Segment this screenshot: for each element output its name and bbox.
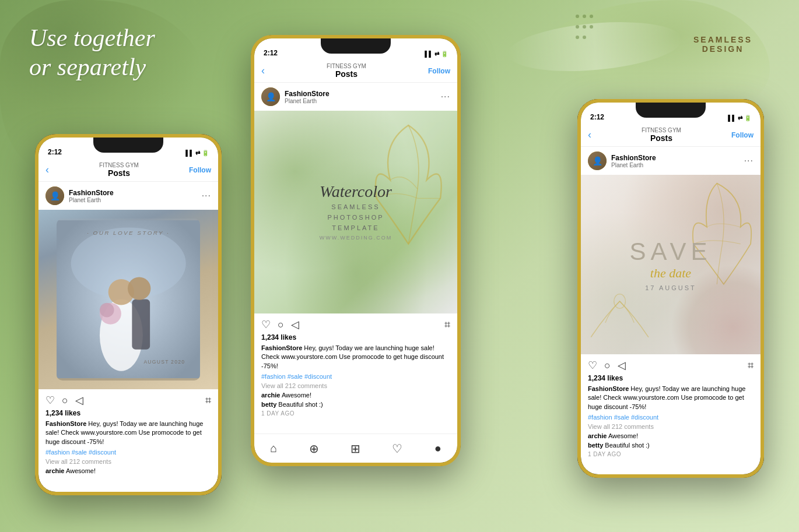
svg-text:AUGUST 2020: AUGUST 2020 [143, 360, 185, 365]
caption-center: FashionStore Hey, guys! Today we are lau… [254, 344, 457, 373]
watercolor-text: Watercolor SEAMLESS PHOTOSHOP TEMPLATE W… [320, 184, 392, 241]
post-time-right: 1 DAY AGO [581, 451, 761, 461]
svg-rect-3 [132, 300, 150, 350]
bottom-nav[interactable]: ⌂ ⊕ ⊞ ♡ ● [254, 434, 457, 463]
like-icon-right[interactable]: ♡ [588, 359, 597, 372]
bookmark-icon-right[interactable]: ⌗ [748, 360, 754, 372]
post-actions[interactable]: ♡ ○ ◁ ⌗ [38, 389, 218, 409]
watercolor-line3: TEMPLATE [320, 224, 392, 231]
user-info: FashionStore Planet Earth [69, 189, 197, 203]
phone-notch [93, 138, 163, 153]
hashtags[interactable]: #fashion #sale #discount [38, 449, 218, 458]
view-comments-center[interactable]: View all 212 comments [254, 382, 457, 392]
caption-username-right: FashionStore [588, 385, 629, 392]
save-date-bg: SAVE the date 17 AUGUST [581, 175, 761, 354]
post-actions-center[interactable]: ♡ ○ ◁ ⌗ [254, 313, 457, 333]
share-icon-right[interactable]: ◁ [618, 359, 626, 372]
post-actions-right[interactable]: ♡ ○ ◁ ⌗ [581, 354, 761, 374]
follow-button-center[interactable]: Follow [428, 67, 450, 75]
comment-2-center: betty Beautiful shot :) [254, 401, 457, 410]
handwritten-text: Use together or separetly [29, 23, 155, 82]
comment-icon-center[interactable]: ○ [278, 319, 284, 331]
seamless-design-label: SEAMLESSDESIGN [693, 35, 752, 54]
save-date-text: SAVE the date 17 AUGUST [630, 238, 712, 291]
comment-icon[interactable]: ○ [62, 394, 68, 407]
follow-button-right[interactable]: Follow [731, 131, 754, 139]
posts-label: Posts [99, 168, 139, 178]
avatar-center: 👤 [261, 87, 280, 106]
status-icons: ▌▌ ⇄ 🔋 [185, 150, 209, 156]
ig-header-left[interactable]: ‹ FITNESS GYM Posts Follow [38, 158, 218, 182]
post-image-watercolor: Watercolor SEAMLESS PHOTOSHOP TEMPLATE W… [254, 111, 457, 313]
post-header-right: 👤 FashionStore Planet Earth ··· [581, 147, 761, 175]
save-text: SAVE [630, 238, 712, 266]
hashtags-center[interactable]: #fashion #sale #discount [254, 373, 457, 382]
ig-header-center[interactable]: ‹ FITNESS GYM Posts Follow [254, 59, 457, 83]
phone-notch-right [636, 103, 706, 118]
phone-left: 2:12 ▌▌ ⇄ 🔋 ‹ FITNESS GYM Posts Follow [35, 134, 222, 495]
share-icon-center[interactable]: ◁ [291, 318, 299, 331]
bookmark-icon-center[interactable]: ⌗ [444, 319, 450, 331]
more-options-right[interactable]: ··· [744, 156, 754, 166]
posts-label-center: Posts [327, 69, 366, 79]
more-options[interactable]: ··· [202, 191, 211, 201]
sublabel-center: Planet Earth [285, 98, 436, 104]
avatar-img-center: 👤 [261, 87, 280, 106]
back-button[interactable]: ‹ [45, 164, 49, 176]
search-icon[interactable]: ⊕ [309, 442, 319, 456]
phone-notch-center [321, 38, 391, 54]
avatar-img: 👤 [45, 186, 64, 205]
share-icon[interactable]: ◁ [75, 394, 83, 407]
watercolor-bg: Watercolor SEAMLESS PHOTOSHOP TEMPLATE W… [254, 111, 457, 313]
view-comments[interactable]: View all 212 comments [38, 458, 218, 467]
avatar-img-right: 👤 [588, 152, 607, 170]
caption-username: FashionStore [45, 420, 86, 427]
profile-icon[interactable]: ● [434, 442, 441, 455]
date-script: the date [630, 266, 712, 281]
add-icon[interactable]: ⊞ [351, 442, 360, 456]
follow-button[interactable]: Follow [189, 166, 211, 174]
channel-name-center: FITNESS GYM [327, 63, 366, 69]
watercolor-line2: PHOTOSHOP [320, 214, 392, 221]
back-button-center[interactable]: ‹ [261, 65, 265, 77]
view-comments-right[interactable]: View all 212 comments [581, 423, 761, 432]
avatar: 👤 [45, 186, 64, 205]
comment-icon-right[interactable]: ○ [604, 360, 611, 372]
phone-screen-center: 2:12 ▌▌ ⇄ 🔋 ‹ FITNESS GYM Posts Follow [254, 38, 457, 463]
wedding-bg: · OUR LOVE STORY · AUGUST 2020 [38, 210, 218, 389]
back-button-right[interactable]: ‹ [588, 129, 591, 141]
phone-right: 2:12 ▌▌ ⇄ 🔋 ‹ FITNESS GYM Posts Follow [577, 99, 764, 478]
user-info-center: FashionStore Planet Earth [285, 90, 436, 104]
username-right: FashionStore [611, 154, 740, 162]
username: FashionStore [69, 189, 197, 197]
post-image-wedding: · OUR LOVE STORY · AUGUST 2020 [38, 210, 218, 389]
svg-point-7 [100, 303, 114, 318]
home-icon[interactable]: ⌂ [270, 442, 277, 455]
phone-center: 2:12 ▌▌ ⇄ 🔋 ‹ FITNESS GYM Posts Follow [251, 35, 461, 466]
phone-screen-right: 2:12 ▌▌ ⇄ 🔋 ‹ FITNESS GYM Posts Follow [581, 103, 761, 474]
heart-icon[interactable]: ♡ [392, 442, 402, 456]
like-icon[interactable]: ♡ [45, 394, 55, 407]
comment-1-center: archie Awesome! [254, 392, 457, 401]
comment-2-right: betty Beautiful shot :) [581, 442, 761, 451]
phone-screen-left: 2:12 ▌▌ ⇄ 🔋 ‹ FITNESS GYM Posts Follow [38, 138, 218, 492]
comment-1: archie Awesome! [38, 467, 218, 477]
likes-count-right: 1,234 likes [581, 374, 761, 385]
caption-username-center: FashionStore [261, 344, 302, 351]
sublabel: Planet Earth [69, 197, 197, 203]
post-header: 👤 FashionStore Planet Earth ··· [38, 182, 218, 210]
channel-name: FITNESS GYM [99, 162, 139, 168]
like-icon-center[interactable]: ♡ [261, 318, 271, 331]
post-time-center: 1 DAY AGO [254, 410, 457, 420]
svg-point-5 [128, 277, 150, 300]
status-time-right: 2:12 [590, 113, 604, 121]
status-icons-center: ▌▌ ⇄ 🔋 [425, 51, 448, 57]
ig-header-right[interactable]: ‹ FITNESS GYM Posts Follow [581, 124, 761, 147]
post-image-save: SAVE the date 17 AUGUST [581, 175, 761, 354]
hashtags-right[interactable]: #fashion #sale #discount [581, 414, 761, 423]
posts-label-right: Posts [642, 133, 681, 143]
page-content: Use together or separetly SEAMLESSDESIGN… [0, 0, 799, 532]
avatar-right: 👤 [588, 152, 607, 170]
bookmark-icon[interactable]: ⌗ [205, 394, 211, 407]
more-options-center[interactable]: ··· [441, 91, 450, 102]
